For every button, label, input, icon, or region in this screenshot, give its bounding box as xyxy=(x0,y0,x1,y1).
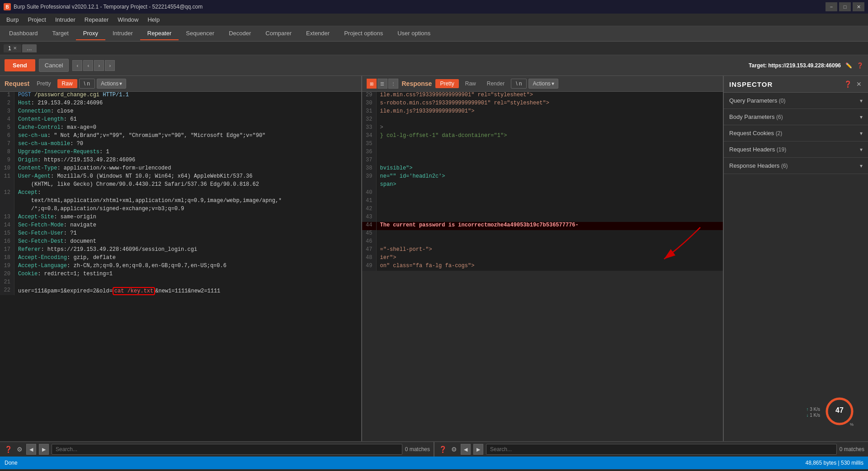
response-tab-pretty[interactable]: Pretty xyxy=(435,79,458,88)
response-search-input[interactable] xyxy=(486,444,837,455)
request-search-settings-icon[interactable]: ⚙ xyxy=(16,445,24,454)
resp-headers-label: Response Headers (6) xyxy=(729,162,788,169)
tab-target[interactable]: Target xyxy=(45,27,76,40)
bottom-bar: ❓ ⚙ ◀ ▶ 0 matches ❓ ⚙ ◀ ▶ 0 matches xyxy=(0,441,868,457)
menu-window[interactable]: Window xyxy=(113,14,143,25)
response-search-help-icon[interactable]: ❓ xyxy=(438,445,448,454)
query-params-chevron: ▾ xyxy=(860,98,863,104)
tab-comparer[interactable]: Comparer xyxy=(258,27,299,40)
menu-bar: Burp Project Intruder Repeater Window He… xyxy=(0,14,868,26)
code-line-13: 13 Accept-Site: same-origin xyxy=(0,214,361,222)
title-bar: B Burp Suite Professional v2020.12.1 - T… xyxy=(0,0,868,14)
req-cookies-chevron: ▾ xyxy=(860,130,863,137)
response-search-next-icon[interactable]: ▶ xyxy=(473,444,483,455)
tab-decoder[interactable]: Decoder xyxy=(222,27,258,40)
inspector-body-params-header[interactable]: Body Parameters (6) ▾ xyxy=(724,109,868,125)
close-session-icon[interactable]: ✕ xyxy=(13,46,17,51)
response-tab-n[interactable]: \ n xyxy=(511,79,527,89)
request-tab-pretty[interactable]: Pretty xyxy=(32,79,55,88)
inspector-close-icon[interactable]: ✕ xyxy=(855,80,863,89)
resp-headers-chevron: ▾ xyxy=(860,163,863,169)
inspector-title: INSPECTOR xyxy=(729,80,773,88)
request-actions-dropdown[interactable]: Actions ▾ xyxy=(97,79,126,89)
tab-repeater[interactable]: Repeater xyxy=(140,27,179,40)
request-search-next-icon[interactable]: ▶ xyxy=(39,444,49,455)
menu-help[interactable]: Help xyxy=(143,14,164,25)
inspector-help-icon[interactable]: ❓ xyxy=(843,80,853,89)
response-actions-dropdown[interactable]: Actions ▾ xyxy=(528,79,558,89)
request-search-prev-icon[interactable]: ◀ xyxy=(26,444,36,455)
nav-right-outer[interactable]: › xyxy=(105,60,115,71)
resp-line-47: 47 ="-shell-port-"> xyxy=(362,246,723,254)
resp-line-39: 39 ne="" id='headln2c'> xyxy=(362,173,723,181)
tab-project-options[interactable]: Project options xyxy=(337,27,390,40)
close-button[interactable]: ✕ xyxy=(853,2,864,11)
cancel-button[interactable]: Cancel xyxy=(39,59,69,72)
nav-left-inner[interactable]: ‹ xyxy=(83,60,93,71)
tab-dashboard[interactable]: Dashboard xyxy=(2,27,45,40)
tab-user-options[interactable]: User options xyxy=(390,27,438,40)
resp-line-42: 42 xyxy=(362,206,723,214)
body-params-chevron: ▾ xyxy=(860,114,863,120)
inspector-body-params: Body Parameters (6) ▾ xyxy=(724,109,868,125)
response-search-prev-icon[interactable]: ◀ xyxy=(461,444,471,455)
code-line-2: 2 Host: 219.153.49.228:46096 xyxy=(0,100,361,108)
send-button[interactable]: Send xyxy=(5,59,35,71)
inspector-resp-headers-header[interactable]: Response Headers (6) ▾ xyxy=(724,158,868,174)
code-line-12: 12 Accept: xyxy=(0,189,361,198)
tab-intruder[interactable]: Intruder xyxy=(105,27,140,40)
request-search-help-icon[interactable]: ❓ xyxy=(4,445,13,454)
menu-repeater[interactable]: Repeater xyxy=(80,14,113,25)
inspector-req-cookies-header[interactable]: Request Cookies (2) ▾ xyxy=(724,125,868,141)
code-line-1: 1 POST /password_change.cgi HTTP/1.1 xyxy=(0,92,361,100)
resp-line-30: 30 s-roboto.min.css?1933999999999901" re… xyxy=(362,100,723,108)
menu-burp[interactable]: Burp xyxy=(2,14,23,25)
inspector-query-params-header[interactable]: Query Parameters (0) ▾ xyxy=(724,93,868,108)
layout-vertical-icon[interactable]: ⋮ xyxy=(388,79,398,89)
request-search-input[interactable] xyxy=(52,444,402,455)
response-tab-raw[interactable]: Raw xyxy=(461,79,481,88)
layout-horizontal-icon[interactable]: ☰ xyxy=(377,79,387,89)
response-content-wrapper[interactable]: 29 ile.min.css?1933999999999901" rel="st… xyxy=(362,92,723,441)
resp-line-45: 45 xyxy=(362,230,723,238)
response-match-count: 0 matches xyxy=(840,446,864,452)
code-line-16: 16 Sec-Fetch-Dest: document xyxy=(0,238,361,246)
maximize-button[interactable]: □ xyxy=(839,2,851,11)
request-tab-raw[interactable]: Raw xyxy=(57,79,77,88)
edit-target-icon[interactable]: ✏️ xyxy=(845,62,852,69)
response-panel-header: ⊞ ☰ ⋮ Response Pretty Raw Render \ n Act… xyxy=(362,76,723,92)
request-panel: Request Pretty Raw \ n Actions ▾ 1 POST … xyxy=(0,76,362,441)
query-params-label: Query Parameters (0) xyxy=(729,97,786,104)
app-icon: B xyxy=(4,3,11,10)
upload-speed: ↑ 3 K/s xyxy=(806,407,820,412)
session-tab-more[interactable]: … xyxy=(22,44,37,52)
response-search-settings-icon[interactable]: ⚙ xyxy=(450,445,458,454)
inspector-header: INSPECTOR ❓ ✕ xyxy=(724,76,868,93)
response-code-area: 29 ile.min.css?1933999999999901" rel="st… xyxy=(362,92,723,271)
status-text: Done xyxy=(5,460,18,466)
nav-right-inner[interactable]: › xyxy=(94,60,104,71)
help-icon[interactable]: ❓ xyxy=(857,62,863,69)
code-line-3: 3 Connection: close xyxy=(0,108,361,116)
tab-proxy[interactable]: Proxy xyxy=(76,27,105,40)
resp-line-36: 36 xyxy=(362,149,723,157)
nav-left-outer[interactable]: ‹ xyxy=(72,60,82,71)
menu-intruder[interactable]: Intruder xyxy=(51,14,80,25)
tab-extender[interactable]: Extender xyxy=(299,27,337,40)
layout-icons: ⊞ ☰ ⋮ xyxy=(367,79,398,89)
speed-unit: % xyxy=(850,422,854,427)
response-tab-render[interactable]: Render xyxy=(482,79,509,88)
session-tab-1[interactable]: 1 ✕ xyxy=(4,44,21,52)
resp-line-38: 38 bvisible"> xyxy=(362,165,723,173)
status-stats: 48,865 bytes | 530 millis xyxy=(805,460,863,466)
layout-split-icon[interactable]: ⊞ xyxy=(367,79,377,89)
request-code-area[interactable]: 1 POST /password_change.cgi HTTP/1.1 2 H… xyxy=(0,92,361,441)
request-tab-n[interactable]: \ n xyxy=(79,79,95,89)
inspector-req-headers: Request Headers (19) ▾ xyxy=(724,141,868,158)
chevron-down-icon: ▾ xyxy=(552,80,554,87)
menu-project[interactable]: Project xyxy=(23,14,50,25)
inspector-req-headers-header[interactable]: Request Headers (19) ▾ xyxy=(724,141,868,157)
svg-text:47: 47 xyxy=(835,406,844,414)
minimize-button[interactable]: − xyxy=(826,2,837,11)
tab-sequencer[interactable]: Sequencer xyxy=(179,27,222,40)
